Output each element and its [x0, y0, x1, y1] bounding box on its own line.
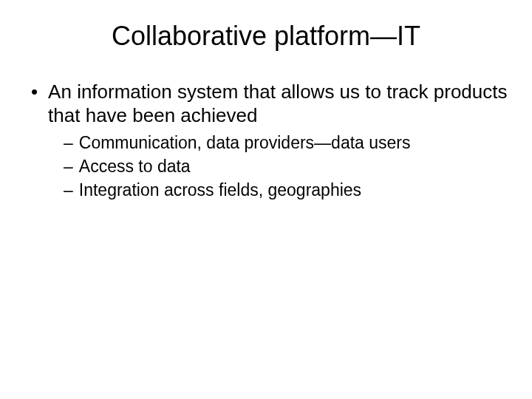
sub-bullet-marker: –: [64, 155, 73, 177]
slide-content: • An information system that allows us t…: [22, 80, 510, 201]
sub-bullet-item: – Communication, data providers—data use…: [64, 132, 510, 154]
sub-bullet-text: Access to data: [79, 155, 191, 177]
bullet-marker: •: [31, 80, 38, 103]
sub-bullet-item: – Access to data: [64, 155, 510, 177]
bullet-item: • An information system that allows us t…: [28, 80, 510, 127]
sub-bullet-text: Communication, data providers—data users: [79, 132, 411, 154]
slide-title: Collaborative platform—IT: [22, 21, 510, 52]
sub-bullet-list: – Communication, data providers—data use…: [28, 132, 510, 201]
sub-bullet-marker: –: [64, 179, 73, 201]
sub-bullet-item: – Integration across fields, geographies: [64, 179, 510, 201]
sub-bullet-marker: –: [64, 132, 73, 154]
bullet-text: An information system that allows us to …: [48, 80, 510, 127]
slide-container: Collaborative platform—IT • An informati…: [0, 0, 532, 399]
sub-bullet-text: Integration across fields, geographies: [79, 179, 361, 201]
